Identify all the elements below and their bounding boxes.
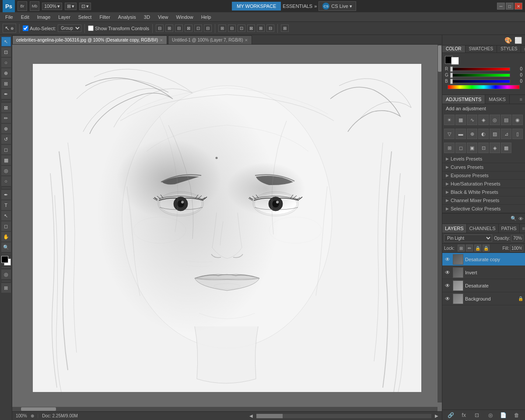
link-layers-btn[interactable]: 🔗 (446, 411, 455, 419)
align-right-btn[interactable]: ⊟ (175, 24, 183, 32)
dist-h-btn[interactable]: ⊞ (218, 24, 226, 32)
my-workspace-button[interactable]: MY WORKSPACE (232, 2, 281, 10)
zoom-btn[interactable]: ⊕ (31, 413, 34, 418)
adj-bottom-icon-1[interactable]: 🔍 (511, 216, 517, 221)
auto-select-checkbox[interactable] (23, 25, 28, 31)
more-adj-icon-4[interactable]: ◈ (490, 143, 500, 153)
bw-adj-icon[interactable]: ▽ (444, 129, 455, 139)
hsl-presets-item[interactable]: ▶ Hue/Saturation Presets (442, 180, 525, 188)
scrollbar-h-thumb[interactable] (21, 407, 56, 411)
align-bottom-btn[interactable]: ⊟ (204, 24, 212, 32)
adj-bottom-icon-2[interactable]: 👁 (518, 216, 523, 221)
curves-presets-item[interactable]: ▶ Curves Presets (442, 163, 525, 172)
screen-mode-tool[interactable]: ⊞ (1, 283, 11, 293)
exposure-adj-icon[interactable]: ◈ (478, 115, 489, 125)
crop-tool[interactable]: ⊞ (1, 79, 11, 88)
minimize-button[interactable]: ─ (497, 3, 505, 10)
selective-color-adj-icon[interactable]: ⊞ (444, 143, 455, 153)
threshold-adj-icon[interactable]: ⊿ (501, 129, 511, 139)
menu-view[interactable]: View (154, 14, 172, 21)
layer-item-invert[interactable]: 👁 Invert (442, 266, 525, 279)
transform-btn[interactable]: ⊞ (281, 24, 289, 32)
mb-logo-btn[interactable]: Mb (30, 1, 39, 11)
tab-adjustments[interactable]: ADJUSTMENTS (442, 95, 485, 104)
scroll-right-arrow[interactable]: ▶ (435, 413, 438, 418)
arrange-control[interactable]: ⊡ ▾ (79, 3, 91, 10)
blue-thumb[interactable] (450, 79, 453, 84)
tab-paths[interactable]: PATHS (499, 224, 520, 233)
add-mask-btn[interactable]: ⊡ (472, 411, 481, 419)
scrollbar-v-thumb[interactable] (438, 46, 441, 72)
shape-tool[interactable]: ◻ (1, 221, 11, 231)
eyedropper-tool[interactable]: ✒ (1, 89, 11, 99)
more-adj-icon-3[interactable]: ⊡ (478, 143, 489, 153)
delete-layer-btn[interactable]: 🗑 (512, 411, 521, 419)
lasso-tool[interactable]: ○ (1, 58, 11, 67)
menu-window[interactable]: Window (173, 14, 197, 21)
blend-mode-select[interactable]: Pin Light Normal Multiply Screen Overlay… (444, 234, 492, 242)
curves-adj-icon[interactable]: ∿ (467, 115, 477, 125)
more-adj-icon-1[interactable]: ◻ (455, 143, 466, 153)
brush-tool[interactable]: ✏ (1, 113, 11, 123)
red-thumb[interactable] (450, 66, 453, 72)
auto-select-dropdown[interactable]: Group Layer (58, 24, 81, 32)
channelmixer-adj-icon[interactable]: ⊕ (467, 129, 477, 139)
gradient-tool[interactable]: ▦ (1, 155, 11, 165)
color-panel-menu[interactable]: ≡ (521, 46, 525, 52)
levels-presets-item[interactable]: ▶ Levels Presets (442, 155, 525, 163)
tab-close-angelina[interactable]: ✕ (160, 38, 163, 42)
more-adj-icon-2[interactable]: ▣ (467, 143, 477, 153)
close-button[interactable]: ✕ (514, 3, 522, 10)
tab-layers[interactable]: LAYERS (442, 224, 467, 233)
tab-masks[interactable]: MASKS (485, 95, 510, 104)
opacity-input[interactable] (511, 235, 523, 242)
menu-file[interactable]: File (2, 14, 17, 21)
canvas-scrollbar-horizontal[interactable] (12, 407, 438, 411)
red-slider[interactable] (450, 67, 510, 71)
layer-item-background[interactable]: 👁 Background 🔒 (442, 292, 525, 305)
align-top-btn[interactable]: ⊠ (185, 24, 192, 32)
status-scrollbar[interactable] (256, 414, 431, 418)
layer-vis-desaturate[interactable]: 👁 (444, 282, 451, 289)
layer-item-desaturate[interactable]: 👁 Desaturate (442, 279, 525, 292)
tab-angelina[interactable]: celebrities-angelina-jolie-306316.jpg @ … (12, 35, 167, 44)
align-center-btn[interactable]: ⊞ (165, 24, 173, 32)
vibrance-adj-icon[interactable]: ◎ (490, 115, 500, 125)
zoom-tool[interactable]: 🔍 (1, 242, 11, 252)
zoom-control[interactable]: 100% ▾ (42, 3, 62, 10)
gradient-map-adj-icon[interactable]: ▯ (512, 129, 523, 139)
history-brush[interactable]: ↺ (1, 134, 11, 144)
cs-live-button[interactable]: CS CS Live ▾ (318, 1, 356, 11)
fill-input[interactable] (510, 245, 523, 252)
add-style-btn[interactable]: fx (459, 411, 468, 419)
tab-close-untitled[interactable]: ✕ (245, 38, 248, 42)
levels-adj-icon[interactable]: ▦ (455, 115, 466, 125)
blur-tool[interactable]: ◎ (1, 166, 11, 175)
quick-mask-tool[interactable]: ◎ (1, 270, 11, 279)
tab-channels[interactable]: CHANNELS (467, 224, 499, 233)
new-fill-layer-btn[interactable]: ◎ (486, 411, 495, 419)
canvas-scrollbar-vertical[interactable] (438, 45, 442, 402)
pen-tool[interactable]: ✒ (1, 190, 11, 200)
dist-6-btn[interactable]: ⊟ (266, 24, 274, 32)
move-tool[interactable]: ↖ (1, 37, 11, 46)
menu-help[interactable]: Help (198, 14, 215, 21)
exposure-presets-item[interactable]: ▶ Exposure Presets (442, 172, 525, 180)
view-control[interactable]: ⊞ ▾ (65, 3, 77, 10)
lock-all-btn[interactable]: 🔒 (483, 245, 490, 252)
menu-analysis[interactable]: Analysis (115, 14, 140, 21)
tab-color[interactable]: COLOR (442, 46, 466, 52)
dist-4-btn[interactable]: ⊠ (247, 24, 255, 32)
colorbalance-adj-icon[interactable]: ◉ (512, 115, 523, 125)
restore-button[interactable]: □ (506, 3, 514, 10)
blue-slider[interactable] (450, 80, 510, 83)
menu-image[interactable]: Image (34, 14, 54, 21)
type-tool[interactable]: T (1, 200, 11, 210)
essentials-button[interactable]: ESSENTIALS (283, 4, 312, 9)
path-select-tool[interactable]: ↖ (1, 211, 11, 220)
menu-layer[interactable]: Layer (55, 14, 74, 21)
layer-vis-invert[interactable]: 👁 (444, 269, 451, 276)
patch-tool[interactable]: ⊠ (1, 103, 11, 112)
bw-presets-item[interactable]: ▶ Black & White Presets (442, 188, 525, 196)
channel-mixer-presets-item[interactable]: ▶ Channel Mixer Presets (442, 196, 525, 205)
